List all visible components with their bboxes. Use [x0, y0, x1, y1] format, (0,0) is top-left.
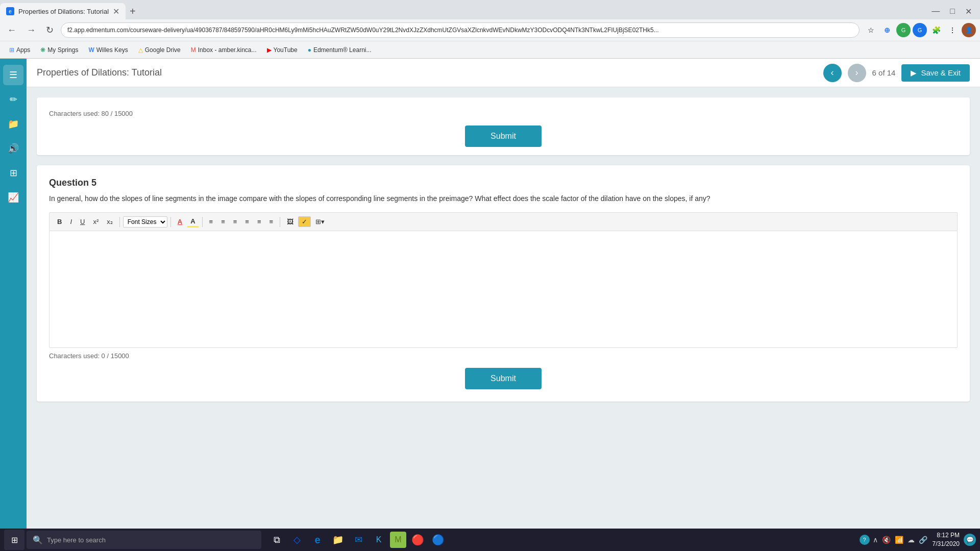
extensions-icon[interactable]: ⊕ — [880, 23, 894, 37]
bookmark-gmail[interactable]: M Inbox - amber.kinca... — [187, 45, 261, 55]
numbered-list-btn[interactable]: ≡ — [217, 216, 229, 227]
sidebar-item-edit[interactable]: ✏ — [3, 89, 23, 110]
chrome-taskbar-icon[interactable]: 🔵 — [429, 531, 447, 549]
editor-toolbar: B I U x² x₂ Font Sizes 8 10 12 14 16 — [49, 212, 958, 231]
notification-center[interactable]: 💬 — [964, 534, 976, 546]
superscript-btn[interactable]: x² — [89, 216, 102, 227]
chrome-alt-taskbar-icon[interactable]: 🔴 — [408, 531, 427, 549]
app-container: ☰ ✏ 📁 🔊 ⊞ 📈 Properties of Dilations: Tut… — [0, 59, 980, 551]
volume-icon[interactable]: 🔇 — [881, 535, 892, 545]
krita-taskbar-icon[interactable]: K — [370, 531, 388, 549]
system-clock[interactable]: 8:12 PM 7/31/2020 — [933, 531, 960, 548]
edge-taskbar-icon[interactable]: e — [308, 531, 327, 549]
prev-page-btn[interactable]: ‹ — [823, 64, 842, 82]
clock-date: 7/31/2020 — [933, 540, 960, 548]
bookmark-my-springs[interactable]: ❋ My Springs — [36, 45, 82, 55]
willes-icon: W — [88, 46, 94, 54]
show-hidden-icons[interactable]: ∧ — [872, 535, 879, 545]
bookmark-edmentum-label: Edmentum® Learni... — [313, 46, 372, 54]
sidebar-item-grid[interactable]: ⊞ — [3, 163, 23, 183]
italic-btn[interactable]: I — [66, 216, 76, 227]
sidebar: ☰ ✏ 📁 🔊 ⊞ 📈 — [0, 59, 27, 551]
more-options-icon[interactable]: ⋮ — [945, 23, 960, 37]
question5-text: In general, how do the slopes of line se… — [49, 193, 958, 204]
bookmark-apps[interactable]: ⊞ Apps — [5, 45, 34, 55]
system-tray: ? ∧ 🔇 📶 ☁ 🔗 — [860, 535, 928, 545]
bookmark-apps-label: Apps — [16, 46, 30, 54]
content-area[interactable]: Characters used: 80 / 15000 Submit Quest… — [27, 87, 980, 551]
address-input[interactable] — [61, 22, 860, 38]
prev-submit-btn[interactable]: Submit — [465, 126, 542, 147]
sidebar-item-chart[interactable]: 📈 — [3, 187, 23, 208]
sidebar-item-audio[interactable]: 🔊 — [3, 138, 23, 159]
bookmark-google-drive[interactable]: △ Google Drive — [134, 45, 185, 55]
maximize-btn[interactable]: □ — [946, 5, 959, 18]
toolbar-separator-3 — [202, 217, 203, 227]
task-view-icon[interactable]: ⧉ — [267, 531, 286, 549]
bookmark-star-icon[interactable]: ☆ — [864, 23, 878, 37]
new-tab-btn[interactable]: + — [126, 6, 140, 17]
editor-textarea[interactable] — [49, 231, 958, 348]
tab-close-btn[interactable]: ✕ — [113, 7, 119, 16]
search-placeholder: Type here to search — [47, 536, 106, 544]
taskbar-app-icons: ⧉ ◇ e 📁 ✉ K M 🔴 🔵 — [267, 531, 447, 549]
align-left-btn[interactable]: ≡ — [241, 216, 253, 227]
prev-chars-used: Characters used: 80 / 15000 — [49, 110, 958, 117]
next-page-btn[interactable]: › — [848, 64, 866, 82]
save-exit-icon: ▶ — [911, 68, 917, 78]
sidebar-item-folder[interactable]: 📁 — [3, 114, 23, 134]
q5-submit-btn[interactable]: Submit — [465, 368, 542, 389]
checkmark-btn[interactable]: ✓ — [298, 216, 311, 227]
insert-image-btn[interactable]: 🖼 — [283, 216, 297, 227]
save-exit-btn[interactable]: ▶ Save & Exit — [901, 64, 970, 82]
menu-icon: ☰ — [9, 69, 17, 81]
start-button[interactable]: ⊞ — [4, 530, 24, 550]
tab-favicon: e — [6, 7, 14, 15]
cloud-icon[interactable]: ☁ — [906, 535, 916, 545]
bookmark-edmentum[interactable]: ● Edmentum® Learni... — [304, 45, 376, 55]
top-header: Properties of Dilations: Tutorial ‹ › 6 … — [27, 59, 980, 87]
q5-submit-container: Submit — [49, 368, 958, 389]
youtube-icon: ▶ — [267, 46, 272, 54]
user-avatar[interactable]: 👤 — [962, 23, 976, 37]
font-color-btn[interactable]: A — [174, 216, 186, 227]
refresh-btn[interactable]: ↻ — [43, 22, 57, 38]
active-tab[interactable]: e Properties of Dilations: Tutorial ✕ — [0, 3, 126, 19]
grid-icon: ⊞ — [10, 167, 17, 179]
windows-icon: ⊞ — [11, 535, 18, 545]
header-navigation: ‹ › 6 of 14 ▶ Save & Exit — [823, 64, 970, 82]
close-btn[interactable]: ✕ — [961, 5, 976, 18]
extensions-puzzle-icon[interactable]: 🧩 — [929, 23, 943, 37]
subscript-btn[interactable]: x₂ — [103, 216, 116, 227]
bookmark-youtube[interactable]: ▶ YouTube — [263, 45, 302, 55]
bookmark-willes-keys[interactable]: W Willes Keys — [84, 45, 132, 55]
align-center-btn[interactable]: ≡ — [254, 216, 265, 227]
bold-btn[interactable]: B — [54, 216, 65, 227]
minimize-btn[interactable]: — — [927, 5, 944, 18]
align-right-btn[interactable]: ≡ — [266, 216, 277, 227]
files-taskbar-icon[interactable]: 📁 — [329, 531, 347, 549]
table-btn[interactable]: ⊞▾ — [312, 216, 328, 227]
sidebar-item-menu[interactable]: ☰ — [3, 65, 23, 85]
bg-color-btn[interactable]: A — [187, 216, 199, 228]
toolbar-separator-1 — [119, 217, 120, 227]
mail-taskbar-icon[interactable]: ✉ — [349, 531, 368, 549]
back-btn[interactable]: ← — [4, 23, 19, 38]
minecraft-taskbar-icon[interactable]: M — [390, 532, 406, 548]
network-icon[interactable]: 📶 — [894, 535, 904, 545]
drive-icon: △ — [138, 46, 143, 54]
underline-btn[interactable]: U — [77, 216, 88, 227]
gmail-icon: M — [191, 46, 196, 54]
dropbox-taskbar-icon[interactable]: ◇ — [288, 531, 306, 549]
link-icon[interactable]: 🔗 — [918, 535, 928, 545]
profile-icon[interactable]: G — [913, 23, 927, 37]
help-icon[interactable]: ? — [860, 535, 870, 545]
forward-btn[interactable]: → — [23, 23, 39, 38]
indent-decrease-btn[interactable]: ≡ — [230, 216, 241, 227]
google-account-icon[interactable]: G — [896, 23, 911, 37]
bullet-list-btn[interactable]: ≡ — [206, 216, 217, 227]
clock-time: 8:12 PM — [933, 531, 960, 540]
font-size-select[interactable]: Font Sizes 8 10 12 14 16 18 — [123, 216, 167, 228]
taskbar-search[interactable]: 🔍 Type here to search — [27, 531, 261, 549]
folder-icon: 📁 — [8, 118, 19, 130]
